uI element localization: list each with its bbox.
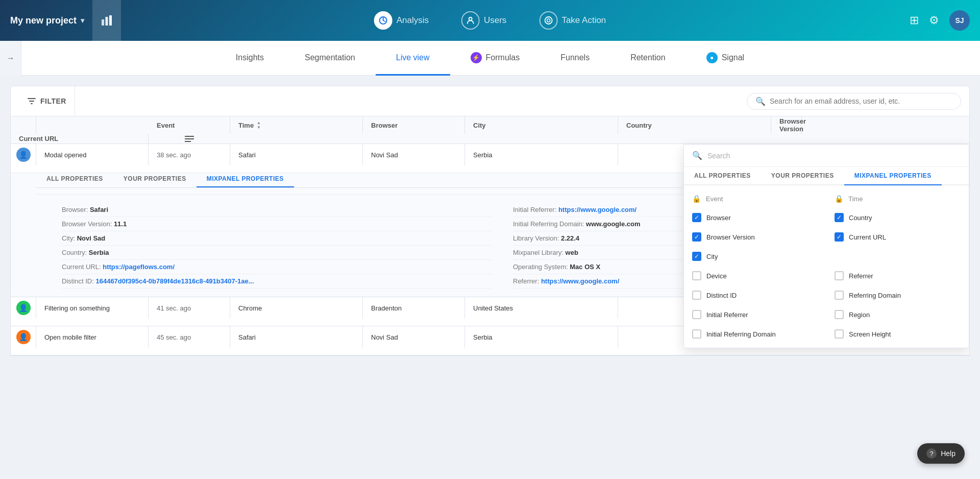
col-picker-item-browser-version[interactable]: ✓ Browser Version xyxy=(684,227,826,247)
svg-point-6 xyxy=(547,19,550,22)
col-picker-item-initial-referrer[interactable]: Initial Referrer xyxy=(684,305,826,324)
collapse-button[interactable]: → xyxy=(0,41,21,76)
td-col-picker-3 xyxy=(11,348,36,355)
nav-analysis[interactable]: Analysis xyxy=(368,7,435,34)
checkbox-screen-height[interactable] xyxy=(835,329,844,339)
col-picker-item-region[interactable]: Region xyxy=(826,305,969,324)
tab-insights[interactable]: Insights xyxy=(215,41,284,76)
checkbox-referrer[interactable] xyxy=(835,271,844,280)
time-sort[interactable]: ▲▼ xyxy=(257,121,261,130)
help-icon: ? xyxy=(926,448,937,459)
row-avatar-1: 👤 xyxy=(11,144,36,165)
col-picker-tab-mixpanel[interactable]: MIXPANEL PROPERTIES xyxy=(844,167,942,185)
col-picker-item-initial-referring-domain[interactable]: Initial Referring Domain xyxy=(684,324,826,344)
td-time-1: 38 sec. ago xyxy=(149,144,230,165)
nav-center: Analysis Users Take Action xyxy=(368,7,612,34)
th-city: City xyxy=(465,116,618,134)
checkbox-browser[interactable]: ✓ xyxy=(692,213,701,222)
td-city-2: Bradenton xyxy=(363,297,465,319)
avatar-initials: SJ xyxy=(955,16,964,25)
col-picker-item-referrer[interactable]: Referrer xyxy=(826,266,969,285)
help-label: Help xyxy=(941,449,955,458)
signal-label: Signal xyxy=(722,53,744,62)
row-avatar-3: 👤 xyxy=(11,326,36,348)
tab-formulas[interactable]: ⚡ Formulas xyxy=(450,41,541,76)
user-icon-2: 👤 xyxy=(16,301,31,315)
th-country: Country xyxy=(618,116,771,134)
col-picker-tab-all[interactable]: ALL PROPERTIES xyxy=(684,167,761,184)
tab-retention[interactable]: Retention xyxy=(610,41,686,76)
checkbox-city[interactable]: ✓ xyxy=(692,252,701,261)
col-picker-search-input[interactable] xyxy=(707,152,961,160)
checkbox-current-url[interactable]: ✓ xyxy=(835,232,844,242)
checkbox-initial-referring-domain[interactable] xyxy=(692,329,701,339)
live-view-label: Live view xyxy=(396,53,430,62)
nav-take-action[interactable]: Take Action xyxy=(533,7,612,34)
prop-browser-version: Browser Version: 11.1 xyxy=(62,217,493,231)
col-picker-item-country[interactable]: ✓ Country xyxy=(826,208,969,227)
col-picker-item-event: 🔒 Event xyxy=(684,189,826,208)
user-icon-1: 👤 xyxy=(16,148,31,162)
th-time: Time ▲▼ xyxy=(230,116,363,134)
col-picker-item-current-url[interactable]: ✓ Current URL xyxy=(826,227,969,247)
svg-rect-1 xyxy=(106,17,108,26)
nav-right: ⊞ ⚙ SJ xyxy=(910,10,970,31)
top-navigation: My new project ▾ Analysis xyxy=(0,0,980,41)
tab-signal[interactable]: ● Signal xyxy=(686,41,765,76)
col-picker-item-referring-domain[interactable]: Referring Domain xyxy=(826,285,969,305)
tab-segmentation[interactable]: Segmentation xyxy=(284,41,376,76)
tab-funnels[interactable]: Funnels xyxy=(540,41,610,76)
checkbox-region[interactable] xyxy=(835,310,844,319)
checkbox-referring-domain[interactable] xyxy=(835,291,844,300)
analysis-icon xyxy=(374,11,393,30)
col-picker-search-bar: 🔍 xyxy=(684,145,969,167)
col-picker-item-device[interactable]: Device xyxy=(684,266,826,285)
col-picker-item-city[interactable]: ✓ City xyxy=(684,247,826,266)
td-country-1: Serbia xyxy=(465,144,618,165)
prop-browser: Browser: Safari xyxy=(62,203,493,217)
svg-point-5 xyxy=(545,17,552,24)
main-content: FILTER 🔍 Event Time ▲▼ Browser City Coun… xyxy=(0,76,980,479)
gear-icon[interactable]: ⚙ xyxy=(929,14,939,27)
th-browser: Browser xyxy=(363,116,465,134)
tab-your-properties[interactable]: YOUR PROPERTIES xyxy=(113,171,197,187)
analysis-label: Analysis xyxy=(397,15,429,26)
td-event-2: Filtering on something xyxy=(36,297,149,319)
col-picker-item-browser[interactable]: ✓ Browser xyxy=(684,208,826,227)
col-picker-dropdown: 🔍 ALL PROPERTIES YOUR PROPERTIES MIXPANE… xyxy=(683,144,969,348)
tab-all-properties[interactable]: ALL PROPERTIES xyxy=(36,171,113,187)
retention-label: Retention xyxy=(630,53,666,62)
th-col-picker[interactable] xyxy=(149,134,230,143)
filter-button[interactable]: FILTER xyxy=(19,86,75,116)
th-current-url: Current URL xyxy=(11,134,149,143)
checkbox-country[interactable]: ✓ xyxy=(835,213,844,222)
project-selector[interactable]: My new project ▾ xyxy=(10,15,84,26)
tab-mixpanel-properties[interactable]: MIXPANEL PROPERTIES xyxy=(197,171,294,187)
td-time-3: 45 sec. ago xyxy=(149,326,230,348)
checkbox-initial-referrer[interactable] xyxy=(692,310,701,319)
checkbox-distinct-id[interactable] xyxy=(692,291,701,300)
td-browser-3: Safari xyxy=(230,326,363,348)
td-event-3: Open mobile filter xyxy=(36,326,149,348)
formulas-badge: ⚡ xyxy=(471,52,482,63)
prop-current-url: Current URL: https://pageflows.com/ xyxy=(62,260,493,274)
search-bar: 🔍 xyxy=(747,93,961,110)
td-city-3: Novi Sad xyxy=(363,326,465,348)
users-label: Users xyxy=(484,15,506,26)
grid-icon[interactable]: ⊞ xyxy=(910,14,919,27)
td-browser-2: Chrome xyxy=(230,297,363,319)
user-avatar[interactable]: SJ xyxy=(949,10,970,31)
col-picker-tab-your[interactable]: YOUR PROPERTIES xyxy=(761,167,844,184)
search-input[interactable] xyxy=(770,97,952,105)
nav-users[interactable]: Users xyxy=(455,7,512,34)
help-button[interactable]: ? Help xyxy=(917,443,965,464)
col-picker-item-screen-height[interactable]: Screen Height xyxy=(826,324,969,344)
checkbox-device[interactable] xyxy=(692,271,701,280)
col-picker-item-distinct-id[interactable]: Distinct ID xyxy=(684,285,826,305)
tab-live-view[interactable]: Live view xyxy=(376,41,450,76)
td-city-1: Novi Sad xyxy=(363,144,465,165)
users-icon xyxy=(461,11,480,30)
checkbox-browser-version[interactable]: ✓ xyxy=(692,232,701,242)
col-picker-icon[interactable] xyxy=(185,136,194,142)
table-header: Event Time ▲▼ Browser City Country Brows… xyxy=(11,116,969,144)
